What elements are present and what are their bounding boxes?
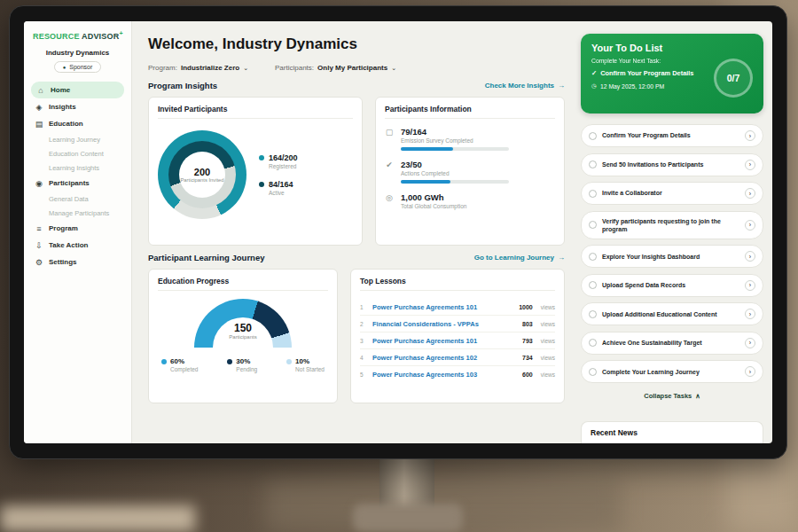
chevron-right-icon[interactable]: › xyxy=(745,366,755,377)
chevron-right-icon[interactable]: › xyxy=(745,220,755,231)
task-item[interactable]: Upload Spend Data Records › xyxy=(581,274,763,297)
views-label: views xyxy=(541,321,555,327)
lesson-link[interactable]: Power Purchase Agreements 101 xyxy=(372,337,516,345)
stat-emission-survey: ▢ 79/164 Emission Survey Completed xyxy=(385,127,555,151)
sidebar-item-education[interactable]: ▤ Education xyxy=(24,115,131,132)
lesson-row: 2 Financial Considerations - VPPAs 803 v… xyxy=(360,316,555,332)
lesson-link[interactable]: Power Purchase Agreements 101 xyxy=(372,303,512,311)
task-checkbox[interactable] xyxy=(589,339,597,347)
program-dropdown[interactable]: Program: Industrialize Zero ⌄ xyxy=(148,64,248,72)
sidebar-item-label: Education xyxy=(49,120,83,128)
lesson-row: 3 Power Purchase Agreements 101 793 view… xyxy=(360,332,555,349)
recent-news-header[interactable]: Recent News xyxy=(581,421,763,443)
datetime-label: 12 May 2025, 12:00 PM xyxy=(600,83,664,90)
sidebar-item-learning-journey[interactable]: Learning Journey xyxy=(24,132,131,146)
task-item[interactable]: Confirm Your Program Details › xyxy=(581,124,763,147)
top-lessons-card: Top Lessons 1 Power Purchase Agreements … xyxy=(350,269,565,403)
task-item[interactable]: Explore Your Insights Dashboard › xyxy=(581,245,763,268)
stat-value: 1,000 GWh xyxy=(401,192,466,202)
views-label: views xyxy=(541,338,555,344)
chevron-right-icon[interactable]: › xyxy=(745,160,755,170)
task-checkbox[interactable] xyxy=(589,281,597,289)
main-content: Welcome, Industry Dynamics Program: Indu… xyxy=(132,21,575,443)
sidebar-item-program[interactable]: ≡ Program xyxy=(24,220,131,237)
task-item[interactable]: Send 50 Invitations to Participants › xyxy=(581,153,763,176)
actions-icon: ✔ xyxy=(385,160,394,184)
todo-progress-ring: 0/7 xyxy=(714,59,753,98)
task-label: Confirm Your Program Details xyxy=(602,131,739,139)
check-more-insights-link[interactable]: Check More Insights → xyxy=(485,82,565,90)
task-item[interactable]: Invite a Collaborator › xyxy=(581,182,763,205)
education-progress-card: Education Progress 150 Participants xyxy=(148,269,338,403)
task-checkbox[interactable] xyxy=(589,132,597,140)
sidebar-item-home[interactable]: ⌂ Home xyxy=(31,82,124,98)
insights-icon: ◈ xyxy=(35,103,43,112)
sidebar-item-label: Home xyxy=(51,86,70,94)
todo-summary-card: Your To Do List Complete Your Next Task:… xyxy=(581,34,763,113)
task-item[interactable]: Upload Additional Educational Content › xyxy=(581,302,763,325)
stat-value: 23/50 xyxy=(401,160,509,169)
views-label: views xyxy=(541,304,555,310)
collapse-tasks-link[interactable]: Collapse Tasks ∧ xyxy=(581,392,763,400)
monitor-stand-base xyxy=(353,504,463,532)
education-gauge-chart: 150 Participants xyxy=(194,299,292,348)
sponsor-badge[interactable]: ● Sponsor xyxy=(54,61,102,73)
sidebar-item-settings[interactable]: ⚙ Settings xyxy=(24,254,131,270)
chevron-right-icon[interactable]: › xyxy=(745,309,755,319)
chevron-right-icon[interactable]: › xyxy=(745,251,755,262)
stat-label: Total Global Consumption xyxy=(401,203,466,209)
gauge-center: 150 Participants xyxy=(194,322,292,340)
link-label: Go to Learning Journey xyxy=(474,254,554,262)
survey-icon: ▢ xyxy=(385,127,394,151)
legend-dot xyxy=(286,359,292,364)
chevron-right-icon[interactable]: › xyxy=(745,130,755,141)
lesson-link[interactable]: Financial Considerations - VPPAs xyxy=(372,320,516,328)
participants-information-card: Participants Information ▢ 79/164 Emissi… xyxy=(375,97,565,246)
lesson-views: 803 xyxy=(522,321,533,327)
sidebar-item-take-action[interactable]: ⇩ Take Action xyxy=(24,237,131,254)
settings-icon: ⚙ xyxy=(35,258,43,267)
legend-label: Registered xyxy=(269,163,298,169)
invited-participants-card: Invited Participants 200 Participants In… xyxy=(148,97,363,246)
chevron-right-icon[interactable]: › xyxy=(745,188,755,199)
task-item[interactable]: Complete Your Learning Journey › xyxy=(581,360,763,383)
lesson-link[interactable]: Power Purchase Agreements 102 xyxy=(372,354,516,362)
consumption-icon: ◎ xyxy=(385,192,394,209)
task-checkbox[interactable] xyxy=(589,160,597,168)
chevron-right-icon[interactable]: › xyxy=(745,338,755,348)
legend-dot xyxy=(259,182,264,187)
task-list: Confirm Your Program Details › Send 50 I… xyxy=(581,124,763,389)
task-item[interactable]: Achieve One Sustainability Target › xyxy=(581,332,763,355)
legend-value: 84/164 xyxy=(269,180,293,189)
page-title: Welcome, Industry Dynamics xyxy=(148,35,565,53)
home-icon: ⌂ xyxy=(36,86,45,95)
lesson-link[interactable]: Power Purchase Agreements 103 xyxy=(372,371,516,379)
sidebar-item-manage-participants[interactable]: Manage Participants xyxy=(24,206,131,220)
sidebar-item-general-data[interactable]: General Data xyxy=(24,192,131,206)
sidebar-nav: ⌂ Home ◈ Insights ▤ Education Learning J… xyxy=(24,82,131,270)
legend-label: Active xyxy=(269,190,293,196)
go-to-learning-journey-link[interactable]: Go to Learning Journey → xyxy=(474,254,565,262)
todo-next-task[interactable]: ✓ Confirm Your Program Details xyxy=(591,69,707,77)
task-checkbox[interactable] xyxy=(589,253,597,261)
invited-donut-chart: 200 Participants Invited xyxy=(158,130,246,219)
participants-dropdown[interactable]: Participants: Only My Participants ⌄ xyxy=(275,64,396,72)
donut-center: 200 Participants Invited xyxy=(179,152,225,198)
task-label: Verify participants requesting to join t… xyxy=(602,217,739,233)
sidebar-item-participants[interactable]: ◉ Participants xyxy=(24,175,131,192)
task-checkbox[interactable] xyxy=(589,368,597,376)
chevron-right-icon[interactable]: › xyxy=(745,280,755,291)
brand-advisor: ADVISOR xyxy=(82,32,119,41)
monitor-bezel: RESOURCE ADVISOR+ Industry Dynamics ● Sp… xyxy=(9,5,787,459)
task-checkbox[interactable] xyxy=(589,190,597,198)
section-title: Program Insights xyxy=(148,81,217,90)
sidebar-item-insights[interactable]: ◈ Insights xyxy=(24,98,131,115)
task-item[interactable]: Verify participants requesting to join t… xyxy=(581,211,763,239)
task-checkbox[interactable] xyxy=(589,310,597,318)
task-checkbox[interactable] xyxy=(589,221,597,229)
sidebar-item-learning-insights[interactable]: Learning Insights xyxy=(24,160,131,175)
sponsor-label: Sponsor xyxy=(69,64,92,70)
sidebar-item-education-content[interactable]: Education Content xyxy=(24,146,131,160)
task-label: Upload Spend Data Records xyxy=(602,281,739,289)
legend-value: 60% xyxy=(170,357,198,365)
